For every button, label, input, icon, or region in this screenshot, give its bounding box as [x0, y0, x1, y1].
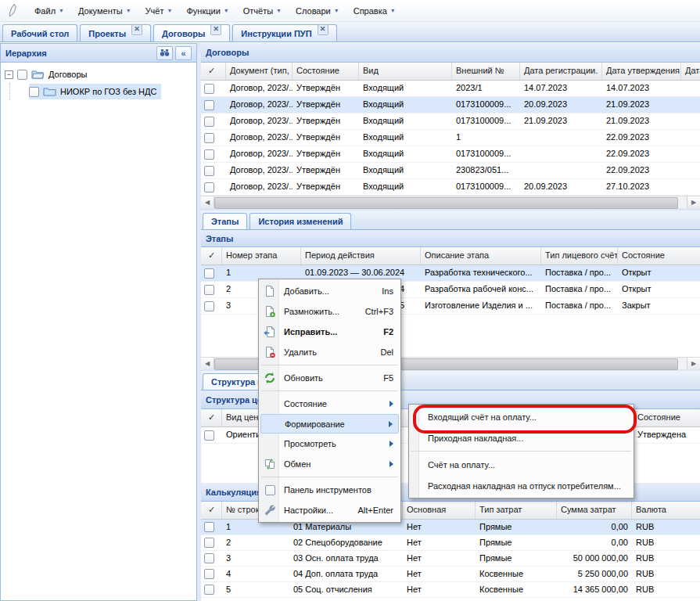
column-header[interactable]: Основная — [403, 502, 476, 519]
column-header[interactable]: Дата утверждения — [602, 63, 681, 80]
column-header[interactable]: Тип затрат — [476, 502, 557, 519]
table-row[interactable]: Договор, 2023/...УтверждёнВходящий017310… — [201, 97, 700, 113]
column-header-select[interactable]: ✓ — [201, 409, 222, 426]
menu-item-add[interactable]: Добавить...Ins — [260, 281, 399, 301]
close-icon[interactable]: ✕ — [318, 24, 328, 35]
table-cell — [681, 97, 700, 113]
checkbox[interactable] — [204, 84, 214, 94]
search-tree-button[interactable] — [156, 46, 173, 60]
tab-change-history[interactable]: История изменений — [249, 213, 351, 229]
checkbox[interactable] — [204, 301, 214, 311]
submenu-item-payment-invoice[interactable]: Счёт на оплату... — [411, 454, 632, 475]
column-header[interactable]: Состояние — [618, 247, 700, 265]
menu-item-state[interactable]: Состояние — [260, 394, 399, 414]
table-row[interactable]: Договор, 2023/...УтверждёнВходящий122.09… — [201, 130, 700, 146]
menu-item-settings[interactable]: Настройки...Alt+Enter — [260, 500, 399, 520]
scroll-left-icon[interactable]: ◀ — [201, 196, 214, 208]
column-header[interactable]: Вид — [359, 63, 452, 80]
table-row[interactable]: 404 Доп. оплата трудаНетКосвенные5 250 0… — [201, 567, 700, 582]
checkbox[interactable] — [17, 70, 27, 80]
scroll-right-icon[interactable]: ▶ — [687, 196, 700, 208]
menubar-item-functions[interactable]: Функции▼ — [179, 4, 235, 18]
stages-panel-header: Этапы — [201, 230, 700, 247]
table-row[interactable]: Договор, 2023/...УтверждёнВходящий017310… — [201, 146, 700, 163]
submenu-item-outgoing-note[interactable]: Расходная накладная на отпуск потребител… — [411, 475, 632, 496]
column-header[interactable]: Дата — [681, 63, 700, 80]
menu-item-edit[interactable]: Исправить...F2 — [260, 322, 399, 342]
column-header[interactable]: Документ (тип, № — [226, 63, 293, 80]
menubar-item-accounting[interactable]: Учёт▼ — [138, 4, 180, 18]
close-icon[interactable]: ✕ — [131, 24, 142, 35]
row-select-cell — [201, 551, 222, 566]
menu-item-formation[interactable]: Формирование — [260, 414, 399, 434]
row-select-cell — [201, 298, 222, 314]
submenu-item-incoming-invoice[interactable]: Входящий счёт на оплату... — [411, 406, 632, 427]
column-header[interactable]: Состояние — [293, 63, 359, 80]
tab-contracts[interactable]: Договоры✕ — [153, 24, 230, 41]
tree-selection[interactable]: НИОКР по ГОЗ без НДС — [29, 84, 161, 99]
checkbox[interactable] — [204, 133, 214, 143]
column-header[interactable]: Состояние — [634, 409, 700, 426]
table-cell: 5 — [222, 582, 289, 597]
scroll-left-icon[interactable]: ◀ — [201, 358, 214, 369]
column-header[interactable]: Номер этапа — [222, 247, 301, 265]
menu-item-refresh[interactable]: ОбновитьF5 — [260, 368, 399, 388]
menu-item-view[interactable]: Просмотреть — [260, 434, 399, 454]
tab-pup-instructions[interactable]: Инструкции ПУП✕ — [232, 24, 336, 41]
column-header[interactable]: Описание этапа — [421, 247, 541, 265]
checkbox[interactable] — [204, 182, 214, 193]
scrollbar-thumb[interactable] — [214, 197, 678, 209]
menubar-item-help[interactable]: Справка▼ — [346, 4, 403, 18]
column-header[interactable]: Тип лицевого счёт — [541, 247, 618, 265]
table-row[interactable]: 202 СпецоборудованиеНетПрямые0,00RUB — [201, 535, 700, 551]
column-header[interactable]: Дата регистрации. — [520, 63, 602, 80]
column-header-select[interactable]: ✓ — [201, 247, 222, 265]
checkbox[interactable] — [204, 149, 214, 160]
table-row[interactable]: Договор, 2023/...УтверждёнВходящий230823… — [201, 163, 700, 179]
collapse-panel-button[interactable]: « — [175, 46, 192, 60]
menubar-item-file[interactable]: Файл▼ — [27, 4, 71, 18]
horizontal-scrollbar[interactable]: ◀ ▶ — [201, 196, 700, 208]
table-row[interactable]: 303 Осн. оплата трудаНетПрямые50 000 000… — [201, 551, 700, 567]
tab-desktop[interactable]: Рабочий стол — [2, 24, 77, 41]
checkbox[interactable] — [204, 538, 214, 548]
tab-projects[interactable]: Проекты✕ — [80, 24, 151, 41]
column-header[interactable]: Сумма затрат — [557, 502, 632, 519]
table-row[interactable]: Договор, 2023/...УтверждёнВходящий017310… — [201, 113, 700, 130]
table-row[interactable]: 505 Соц. отчисленияНетКосвенные14 365 00… — [201, 582, 700, 598]
table-row[interactable]: Договор, 2023/...УтверждёнВходящий2023/1… — [201, 81, 700, 97]
menu-item-exchange[interactable]: Обмен — [260, 454, 399, 474]
checkbox[interactable] — [204, 100, 214, 110]
checkbox[interactable] — [204, 285, 214, 295]
tree-node-root[interactable]: − Договоры — [1, 66, 196, 83]
menubar-item-dictionaries[interactable]: Словари▼ — [289, 4, 346, 18]
column-header-select[interactable]: ✓ — [201, 502, 222, 519]
checkbox[interactable] — [204, 522, 214, 532]
checkbox[interactable] — [204, 268, 214, 279]
scroll-right-icon[interactable]: ▶ — [687, 358, 700, 369]
checkbox[interactable] — [204, 585, 214, 595]
menubar-item-documents[interactable]: Документы▼ — [71, 4, 138, 18]
menu-item-duplicate[interactable]: Размножить...Ctrl+F3 — [260, 301, 399, 322]
submenu-item-receipt-note[interactable]: Приходная накладная... — [411, 427, 632, 448]
menu-item-toolbar-toggle[interactable]: Панель инструментов — [260, 480, 399, 500]
checkbox[interactable] — [204, 117, 214, 127]
column-header[interactable]: Валюта — [632, 502, 700, 519]
column-header[interactable]: Период действия — [301, 247, 421, 265]
checkbox[interactable] — [29, 87, 39, 97]
checkbox[interactable] — [204, 569, 214, 579]
tree-node-child[interactable]: НИОКР по ГОЗ без НДС — [1, 83, 196, 100]
menu-item-delete[interactable]: УдалитьDel — [260, 342, 399, 362]
checkbox[interactable] — [204, 430, 214, 441]
table-row[interactable]: Договор, 2023/...УтверждёнВходящий017310… — [201, 179, 700, 196]
close-icon[interactable]: ✕ — [210, 24, 221, 35]
checkbox[interactable] — [204, 166, 214, 176]
checkbox[interactable] — [204, 553, 214, 563]
column-header-select[interactable]: ✓ — [201, 63, 226, 80]
tree-node-label: Договоры — [48, 70, 87, 79]
menubar-item-reports[interactable]: Отчёты▼ — [236, 4, 289, 18]
tab-stages[interactable]: Этапы — [203, 213, 247, 229]
column-header[interactable]: Внешний № — [452, 63, 520, 80]
menu-separator — [261, 365, 398, 365]
collapse-node-icon[interactable]: − — [5, 70, 13, 79]
